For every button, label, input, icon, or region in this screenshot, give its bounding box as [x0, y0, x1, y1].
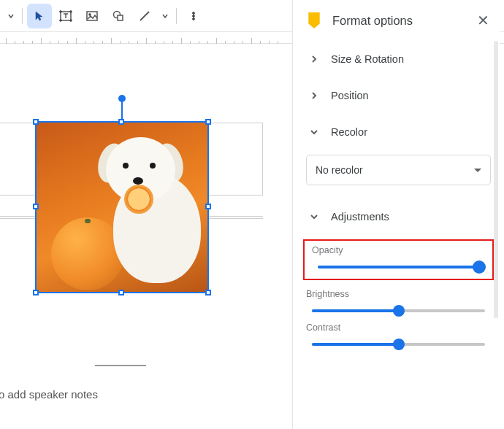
chevron-right-icon [306, 55, 322, 63]
select-tool[interactable] [27, 4, 52, 28]
resize-handle-mr[interactable] [205, 204, 211, 209]
svg-point-12 [193, 18, 195, 20]
resize-handle-br[interactable] [205, 290, 211, 295]
slide-canvas[interactable]: o add speaker notes [0, 44, 292, 429]
svg-point-4 [70, 19, 72, 21]
contrast-label: Contrast [306, 322, 491, 333]
shape-tool[interactable] [106, 4, 131, 28]
resize-handle-bl[interactable] [33, 290, 39, 295]
section-label: Position [331, 90, 369, 101]
recolor-dropdown[interactable]: No recolor [306, 155, 491, 185]
svg-point-11 [193, 15, 195, 17]
resize-handle-tr[interactable] [205, 119, 211, 125]
opacity-slider-group: Opacity [303, 239, 494, 280]
rotation-stem [121, 101, 123, 120]
brightness-slider-thumb[interactable] [393, 305, 405, 317]
brightness-slider[interactable] [312, 309, 485, 312]
line-tool[interactable] [132, 4, 157, 28]
image-content [37, 123, 207, 292]
opacity-slider-thumb[interactable] [473, 260, 486, 274]
line-tool-dropdown[interactable] [159, 4, 172, 28]
contrast-slider[interactable] [312, 343, 485, 346]
section-label: Recolor [331, 126, 367, 138]
contrast-slider-group: Contrast [306, 322, 491, 346]
format-options-icon [306, 12, 322, 28]
section-recolor[interactable]: Recolor [306, 114, 491, 150]
brightness-label: Brightness [306, 289, 491, 299]
section-label: Size & Rotation [331, 53, 404, 65]
rotation-handle[interactable] [118, 95, 126, 102]
svg-point-10 [193, 12, 195, 14]
format-options-panel: Format options ✕ Size & Rotation Positio… [292, 0, 500, 429]
panel-title: Format options [332, 14, 476, 28]
brightness-slider-group: Brightness [306, 289, 491, 312]
notes-divider[interactable] [95, 365, 146, 366]
toolbar-more-dropdown[interactable] [4, 4, 18, 28]
resize-handle-tm[interactable] [118, 119, 124, 125]
section-label: Adjustments [331, 211, 389, 223]
panel-header: Format options ✕ [306, 0, 491, 41]
opacity-label: Opacity [312, 245, 485, 255]
svg-point-3 [60, 19, 62, 21]
opacity-slider[interactable] [318, 266, 479, 268]
caret-down-icon [474, 169, 481, 172]
chevron-right-icon [306, 91, 322, 100]
selected-image[interactable] [35, 121, 209, 293]
toolbar-separator [176, 8, 177, 24]
image-tool[interactable] [80, 4, 104, 28]
resize-handle-bm[interactable] [118, 290, 124, 295]
chevron-down-icon [306, 212, 322, 221]
close-panel-button[interactable]: ✕ [476, 9, 491, 32]
textbox-tool[interactable] [53, 4, 78, 28]
speaker-notes-placeholder[interactable]: o add speaker notes [0, 388, 98, 401]
recolor-value: No recolor [316, 164, 363, 176]
svg-rect-8 [118, 15, 123, 20]
overflow-menu[interactable] [181, 4, 206, 28]
svg-line-9 [140, 12, 149, 20]
section-adjustments[interactable]: Adjustments [306, 198, 491, 235]
svg-point-2 [70, 10, 72, 12]
section-position[interactable]: Position [306, 77, 491, 114]
resize-handle-ml[interactable] [33, 204, 39, 209]
svg-point-6 [89, 13, 91, 15]
resize-handle-tl[interactable] [33, 119, 39, 125]
toolbar-separator [22, 8, 23, 24]
chevron-down-icon [306, 128, 322, 136]
svg-point-1 [60, 10, 62, 12]
contrast-slider-thumb[interactable] [393, 339, 405, 350]
section-size-rotation[interactable]: Size & Rotation [306, 41, 491, 77]
